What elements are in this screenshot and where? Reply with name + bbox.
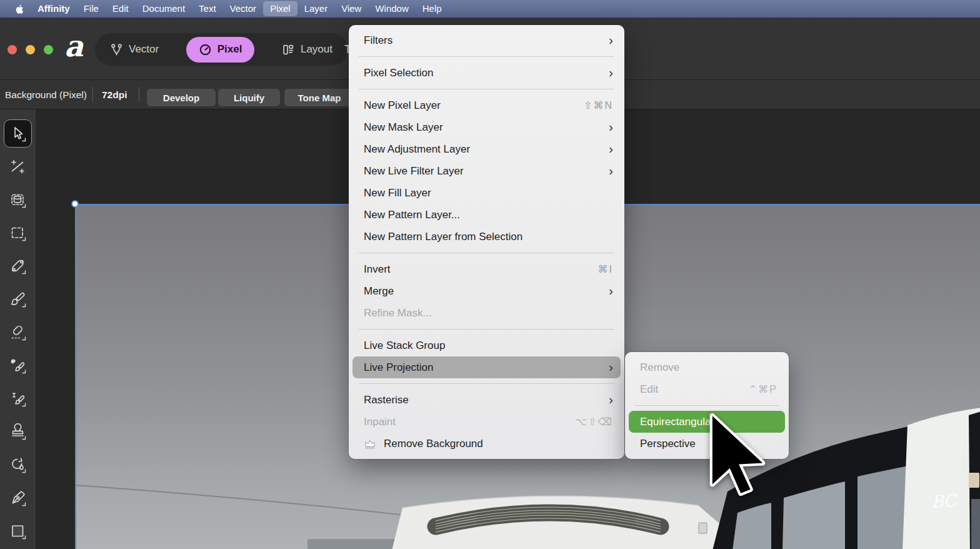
affinity-logo: a	[64, 29, 83, 63]
menu-item-label: New Pattern Layer...	[364, 209, 613, 221]
apple-menu-icon[interactable]	[8, 3, 31, 16]
pixel-menu-item-new-adjustment-layer[interactable]: New Adjustment Layer›	[352, 138, 621, 160]
macos-menu-bar: AffinityFileEditDocumentTextVectorPixelL…	[0, 0, 980, 18]
tool-smudge[interactable]	[4, 451, 32, 479]
menu-item-label: Remove	[640, 361, 778, 374]
chevron-right-icon: ›	[609, 393, 613, 406]
pixel-menu-separator	[359, 383, 614, 384]
vector-persona-icon	[110, 43, 123, 56]
dpi-label: 72dpi	[102, 89, 127, 101]
pixel-menu-item-pixel-selection[interactable]: Pixel Selection›	[352, 62, 621, 84]
menu-item-label: New Pixel Layer	[364, 99, 584, 112]
tool-clone-stamp[interactable]	[4, 418, 32, 446]
pixel-menu-item-new-fill-layer[interactable]: New Fill Layer	[352, 182, 621, 204]
persona-label: Vector	[129, 43, 159, 56]
tool-selection-brush[interactable]	[4, 186, 32, 214]
pixel-menu-item-refine-mask: Refine Mask...	[352, 302, 621, 324]
tool-crop[interactable]	[4, 153, 32, 181]
persona-tab-layout[interactable]: Layout	[282, 43, 332, 56]
window-close-button[interactable]	[8, 45, 17, 54]
persona-tab-vector[interactable]: Vector	[110, 43, 159, 56]
live-projection-item-remove: Remove	[629, 356, 785, 378]
pixel-persona-icon	[199, 43, 212, 56]
divider	[92, 87, 93, 103]
tool-pen[interactable]	[4, 484, 32, 512]
crown-icon	[364, 438, 376, 450]
tool-rectangle[interactable]	[4, 517, 32, 545]
chevron-right-icon: ›	[609, 284, 613, 297]
persona-switcher: VectorPixelLayout	[95, 33, 348, 66]
pixel-menu-item-remove-background[interactable]: Remove Background	[352, 433, 621, 455]
chevron-right-icon: ›	[609, 33, 613, 46]
menubar-item-vector[interactable]: Vector	[223, 1, 264, 16]
persona-tab-pixel[interactable]: Pixel	[186, 37, 255, 63]
pixel-menu-item-new-mask-layer[interactable]: New Mask Layer›	[352, 116, 621, 138]
menu-item-label: Merge	[364, 285, 602, 298]
tool-dodge[interactable]	[4, 351, 32, 380]
menubar-item-edit[interactable]: Edit	[106, 1, 136, 16]
live-projection-separator	[635, 405, 779, 406]
menu-item-label: Remove Background	[384, 438, 613, 450]
pixel-menu-item-rasterise[interactable]: Rasterise›	[352, 389, 621, 411]
pixel-menu-item-live-stack-group[interactable]: Live Stack Group	[352, 335, 621, 356]
mouse-cursor	[705, 413, 769, 496]
menu-item-shortcut: ⌘I	[598, 263, 613, 275]
tool-erase[interactable]	[4, 318, 32, 346]
pixel-menu-item-inpaint: Inpaint⌥⇧⌫	[352, 411, 621, 433]
pixel-menu-item-merge[interactable]: Merge›	[352, 280, 621, 302]
menubar-item-pixel[interactable]: Pixel	[263, 1, 298, 16]
menu-item-label: New Mask Layer	[364, 121, 602, 134]
menu-item-label: Refine Mask...	[364, 307, 613, 320]
photographer-watermark: BC	[931, 491, 956, 512]
menu-item-label: New Live Filter Layer	[364, 165, 602, 178]
pixel-menu-item-new-pattern-layer[interactable]: New Pattern Layer...	[352, 204, 621, 226]
menu-item-label: Rasterise	[364, 394, 602, 406]
tool-move[interactable]	[4, 119, 32, 148]
pixel-menu-item-new-pattern-layer-from-selection[interactable]: New Pattern Layer from Selection	[352, 226, 621, 248]
divider	[139, 87, 139, 103]
menu-item-shortcut: ⌥⇧⌫	[576, 416, 613, 428]
tool-marquee-selection[interactable]	[4, 219, 32, 247]
menu-item-label: New Pattern Layer from Selection	[364, 231, 613, 243]
pixel-menu-item-new-pixel-layer[interactable]: New Pixel Layer⇧⌘N	[352, 94, 621, 116]
menu-item-label: Pixel Selection	[364, 67, 602, 79]
layout-persona-icon	[282, 43, 295, 56]
pixel-menu-separator	[359, 56, 614, 57]
tool-burn[interactable]	[4, 385, 32, 413]
menubar-item-affinity[interactable]: Affinity	[31, 1, 77, 16]
menubar-item-file[interactable]: File	[77, 1, 106, 16]
pixel-menu-item-invert[interactable]: Invert⌘I	[352, 258, 621, 280]
menubar-item-text[interactable]: Text	[192, 1, 223, 16]
menubar-item-view[interactable]: View	[334, 1, 368, 16]
chevron-right-icon: ›	[609, 164, 613, 177]
pixel-menu-separator	[359, 253, 614, 253]
chevron-right-icon: ›	[609, 66, 613, 79]
chevron-right-icon: ›	[609, 142, 613, 155]
menu-item-label: Live Projection	[364, 361, 602, 374]
window-zoom-button[interactable]	[44, 45, 53, 54]
pixel-menu-item-new-live-filter-layer[interactable]: New Live Filter Layer›	[352, 160, 621, 182]
pixel-menu-item-live-projection[interactable]: Live Projection›	[352, 356, 621, 378]
tone-map-studio-button[interactable]: Tone Map	[284, 89, 354, 106]
menu-item-label: New Fill Layer	[364, 187, 613, 199]
chevron-right-icon: ›	[609, 360, 613, 373]
menu-item-label: Inpaint	[364, 416, 576, 428]
document-status-label: Background (Pixel)	[5, 89, 87, 101]
menubar-item-layer[interactable]: Layer	[298, 1, 335, 16]
develop-studio-button[interactable]: Develop	[147, 89, 216, 106]
pixel-menu-item-filters[interactable]: Filters›	[352, 29, 621, 51]
pixel-menu-separator	[359, 89, 614, 89]
selection-corner-handle[interactable]	[71, 200, 79, 208]
menu-item-label: New Adjustment Layer	[364, 143, 602, 156]
menu-item-shortcut: ⌃⌘P	[749, 383, 778, 395]
menubar-item-help[interactable]: Help	[416, 1, 449, 16]
tool-healing[interactable]	[4, 252, 32, 280]
tool-paint-brush[interactable]	[4, 285, 32, 313]
menubar-item-window[interactable]: Window	[368, 1, 415, 16]
menu-item-label: Edit	[640, 383, 749, 396]
menu-item-shortcut: ⇧⌘N	[584, 99, 613, 111]
window-minimize-button[interactable]	[26, 45, 35, 54]
liquify-studio-button[interactable]: Liquify	[218, 89, 280, 106]
menubar-item-document[interactable]: Document	[136, 1, 192, 16]
menu-item-label: Filters	[364, 34, 602, 47]
